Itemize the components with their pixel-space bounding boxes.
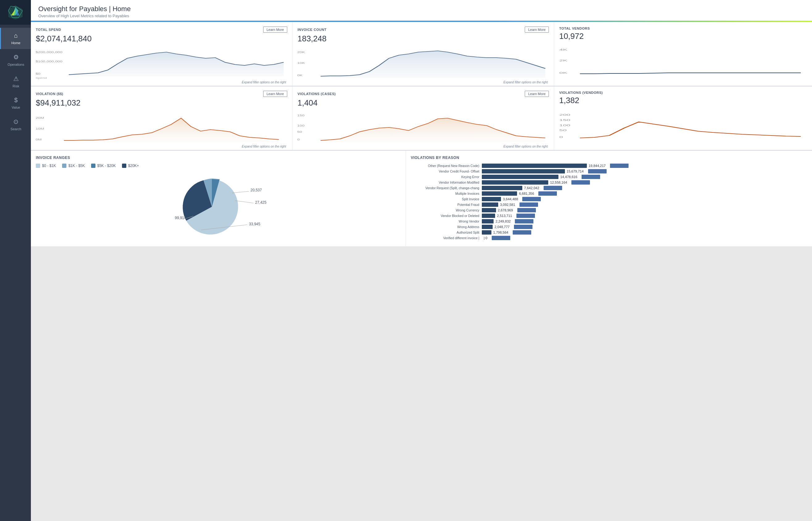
svg-text:0: 0 — [559, 136, 563, 139]
violations-value: 3,644,488 — [503, 197, 518, 201]
violations-row: Wrong Vendor 2,249,832 — [411, 219, 807, 224]
legend-label-2: $5K - $20K — [97, 164, 116, 168]
svg-text:2K: 2K — [559, 59, 567, 62]
sidebar-logo — [0, 0, 31, 25]
violations-bar-wrap: 7,642,042 — [482, 186, 807, 190]
app-logo-icon — [8, 5, 23, 20]
violations-bar-wrap: 2,249,832 — [482, 219, 807, 224]
violations-cases-learn-more[interactable]: Learn More — [525, 91, 549, 97]
metric-total-vendors: TOTAL VENDORS 10,972 4K 2K 0K — [554, 22, 812, 86]
metric-violations-cases: VIOLATIONS (CASES) Learn More 1,404 150 — [292, 86, 554, 150]
violations-bar-wrap: 15,679,714 — [482, 169, 807, 174]
violations-bars-container: Other (Request New Reason Code) 19,844,2… — [411, 164, 807, 240]
sidebar-item-home[interactable]: ⌂ Home — [0, 28, 31, 49]
pie-label-3: 33,945 — [249, 222, 260, 226]
svg-text:100: 100 — [297, 124, 305, 128]
pie-label-1: 27,425 — [255, 200, 266, 205]
violations-bar — [482, 208, 496, 212]
violations-value: 19,844,217 — [589, 164, 606, 167]
violations-bar-wrap: 6,681,356 — [482, 191, 807, 196]
metric-violation-dollar: VIOLATION ($$) Learn More $94,911,032 20… — [31, 86, 292, 150]
bottom-section: INVOICE RANGES $0 - $1K $1K - $5K $5K - … — [31, 151, 812, 246]
svg-text:10K: 10K — [297, 62, 305, 65]
violations-cases-label: VIOLATIONS (CASES) — [298, 92, 336, 96]
total-spend-value: $2,074,141,840 — [36, 34, 287, 44]
sidebar-item-value[interactable]: $ Value — [0, 92, 31, 114]
violations-label: Keying Error — [411, 175, 482, 179]
sidebar-item-operations[interactable]: ⚙ Operations — [0, 49, 31, 71]
violations-cases-value: 1,404 — [298, 98, 549, 108]
svg-text:$100,000,000: $100,000,000 — [36, 60, 62, 63]
violations-label: Vendor Credit Found- Offset — [411, 169, 482, 173]
svg-text:50: 50 — [297, 130, 302, 134]
violations-bar-right — [544, 186, 562, 190]
invoice-count-learn-more[interactable]: Learn More — [525, 26, 549, 33]
violations-row: Vendor Credit Found- Offset 15,679,714 — [411, 169, 807, 174]
violations-value: 12,558,164 — [550, 181, 567, 184]
violations-row: Verified different invoice | | 0 — [411, 236, 807, 240]
sidebar-item-risk[interactable]: ⚠ Risk — [0, 71, 31, 92]
violations-bar-right — [588, 169, 607, 174]
violations-value: 1,798,564 — [493, 231, 508, 234]
home-icon: ⌂ — [14, 32, 18, 39]
violations-value: 3,092,581 — [500, 203, 515, 206]
dashboard: TOTAL SPEND Learn More $2,074,141,840 — [31, 22, 812, 521]
violations-bar — [482, 219, 494, 224]
metrics-row-2: VIOLATION ($$) Learn More $94,911,032 20… — [31, 86, 812, 151]
page-title: Oversight for Payables | Home — [38, 5, 805, 13]
violations-row: Authorized Split 1,798,564 — [411, 230, 807, 234]
violations-bar-right — [515, 219, 533, 224]
violation-dollar-chart: 20M 10M 0M — [35, 110, 288, 143]
violations-bar — [482, 213, 495, 218]
violations-label: Other (Request New Reason Code) — [411, 164, 482, 167]
violations-vendors-chart: 200 150 100 50 0 — [558, 107, 808, 141]
legend-item-2: $5K - $20K — [91, 164, 116, 168]
legend-item-0: $0 - $1K — [36, 164, 56, 168]
violations-bar-right — [522, 197, 541, 201]
violation-dollar-value: $94,911,032 — [36, 98, 287, 108]
violations-bar — [482, 225, 492, 229]
sidebar-item-search[interactable]: ⊙ Search — [0, 114, 31, 135]
violations-bar — [482, 186, 522, 190]
total-vendors-chart: 4K 2K 0K — [558, 43, 808, 77]
legend-label-0: $0 - $1K — [42, 164, 56, 168]
legend-label-1: $1K - $5K — [68, 164, 85, 168]
invoice-ranges-pie: 20,537 27,425 99,914 33,945 — [36, 173, 401, 241]
violation-dollar-learn-more[interactable]: Learn More — [263, 91, 287, 97]
svg-text:150: 150 — [297, 114, 305, 117]
violations-bar-right — [514, 225, 532, 229]
violations-bar-right — [517, 208, 536, 212]
total-vendors-value: 10,972 — [559, 31, 807, 41]
violations-bar — [482, 197, 501, 201]
violations-row: Vendor Information Modified 12,558,164 — [411, 180, 807, 185]
violations-value: 14,478,616 — [560, 175, 577, 179]
total-spend-learn-more[interactable]: Learn More — [263, 26, 287, 33]
violations-vendors-value: 1,382 — [559, 96, 807, 105]
legend-item-1: $1K - $5K — [62, 164, 85, 168]
violations-bar-right — [571, 180, 590, 185]
violations-cases-expand: Expand filter options on the right — [298, 143, 549, 150]
svg-text:4K: 4K — [559, 48, 567, 51]
violations-bar — [482, 169, 565, 174]
sidebar-home-label: Home — [12, 41, 20, 45]
violations-row: Wrong Address 2,048,777 — [411, 225, 807, 229]
violations-label: Verified different invoice | — [411, 236, 482, 240]
sidebar-value-label: Value — [12, 106, 20, 109]
violations-by-reason-title: VIOLATIONS BY REASON — [411, 156, 807, 160]
sidebar: ⌂ Home ⚙ Operations ⚠ Risk $ Value ⊙ Sea… — [0, 0, 31, 521]
violations-bar-right — [610, 164, 629, 168]
violations-vendors-label: VIOLATIONS (VENDORS) — [559, 91, 602, 94]
page-subtitle: Overview of High Level Metrics related t… — [38, 14, 805, 18]
violations-bar-wrap: 2,048,777 — [482, 225, 807, 229]
pie-label-2: 99,914 — [175, 216, 186, 220]
violations-label: Vendor Information Modified — [411, 181, 482, 184]
svg-text:100: 100 — [559, 124, 570, 127]
total-spend-label: TOTAL SPEND — [36, 28, 61, 31]
pie-label-0: 20,537 — [250, 188, 262, 192]
metrics-row-1: TOTAL SPEND Learn More $2,074,141,840 — [31, 22, 812, 86]
violations-row: Wrong Currency 2,678,969 — [411, 208, 807, 212]
svg-text:0K: 0K — [297, 74, 302, 77]
violations-bar-right — [517, 213, 535, 218]
violations-label: Potential Fraud — [411, 203, 482, 206]
violations-value: 7,642,042 — [524, 186, 539, 190]
